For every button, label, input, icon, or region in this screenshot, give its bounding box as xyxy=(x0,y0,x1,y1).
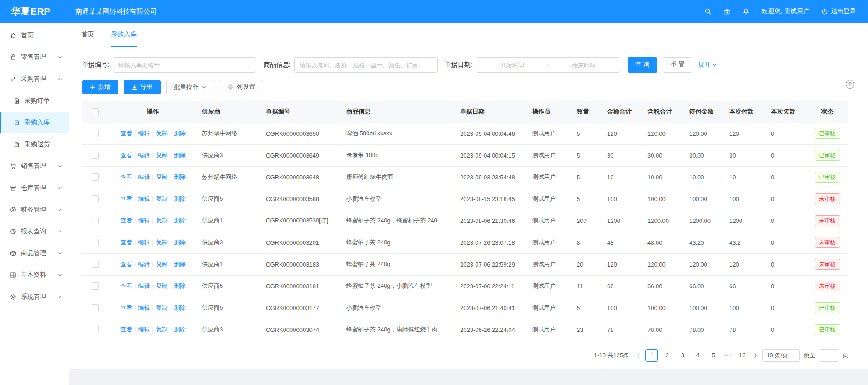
action-copy[interactable]: 复制 xyxy=(156,130,168,137)
row-checkbox[interactable] xyxy=(92,282,99,290)
page-5[interactable]: 5 xyxy=(707,349,720,362)
action-delete[interactable]: 删除 xyxy=(174,239,186,246)
action-edit[interactable]: 编辑 xyxy=(138,130,150,137)
action-delete[interactable]: 删除 xyxy=(174,282,186,289)
action-delete[interactable]: 删除 xyxy=(174,152,186,158)
action-edit[interactable]: 编辑 xyxy=(138,282,150,289)
sidebar-item-purchase[interactable]: 采购管理 xyxy=(0,68,69,90)
sidebar-item-finance[interactable]: 财务管理 xyxy=(0,199,69,221)
page-13[interactable]: 13 xyxy=(736,349,749,362)
expand-link[interactable]: 展开 xyxy=(698,61,717,69)
sidebar-item-purchase-return[interactable]: 采购退货 xyxy=(0,133,69,155)
help-icon[interactable]: ? xyxy=(846,80,854,89)
logout-button[interactable]: 退出登录 xyxy=(821,7,856,15)
table-row: 查看|编辑|复制|删除供应商3CGRK00000003649录像带 100g20… xyxy=(82,144,848,166)
action-edit[interactable]: 编辑 xyxy=(138,173,150,180)
action-copy[interactable]: 复制 xyxy=(156,282,168,289)
export-button[interactable]: 导出 xyxy=(124,80,161,94)
action-separator: | xyxy=(134,261,136,267)
action-copy[interactable]: 复制 xyxy=(156,217,168,224)
action-view[interactable]: 查看 xyxy=(120,261,132,267)
sidebar-item-system[interactable]: 系统管理 xyxy=(0,286,69,308)
row-checkbox[interactable] xyxy=(92,152,99,159)
action-copy[interactable]: 复制 xyxy=(156,195,168,202)
bill-no-input[interactable] xyxy=(113,57,256,73)
sidebar-item-goods[interactable]: 商品管理 xyxy=(0,242,69,264)
page-4[interactable]: 4 xyxy=(691,349,704,362)
action-delete[interactable]: 删除 xyxy=(174,304,186,311)
row-checkbox[interactable] xyxy=(92,217,99,224)
action-copy[interactable]: 复制 xyxy=(156,304,168,311)
bank-icon[interactable] xyxy=(723,8,731,15)
columns-button[interactable]: 列设置 xyxy=(220,80,263,94)
action-edit[interactable]: 编辑 xyxy=(138,326,150,333)
row-checkbox[interactable] xyxy=(92,173,99,181)
reset-button[interactable]: 重 置 xyxy=(663,57,693,73)
row-checkbox[interactable] xyxy=(92,130,99,137)
action-delete[interactable]: 删除 xyxy=(174,173,186,180)
action-view[interactable]: 查看 xyxy=(120,217,132,224)
action-edit[interactable]: 编辑 xyxy=(138,261,150,267)
action-copy[interactable]: 复制 xyxy=(156,261,168,267)
row-checkbox[interactable] xyxy=(92,195,99,202)
page-ellipsis[interactable]: ••• xyxy=(722,352,733,359)
row-checkbox[interactable] xyxy=(92,326,99,333)
action-view[interactable]: 查看 xyxy=(120,326,132,333)
page-3[interactable]: 3 xyxy=(676,349,689,362)
date-start-input[interactable] xyxy=(481,62,544,69)
action-view[interactable]: 查看 xyxy=(120,239,132,246)
sidebar-item-retail[interactable]: 零售管理 xyxy=(0,46,69,68)
action-edit[interactable]: 编辑 xyxy=(138,304,150,311)
sidebar-item-basedata[interactable]: 基本资料 xyxy=(0,264,69,286)
search-button[interactable]: 查 询 xyxy=(628,57,657,73)
sidebar-item-home[interactable]: 首页 xyxy=(0,25,69,46)
cell-supplier: 苏州蜗牛网络 xyxy=(197,166,261,188)
cell-tax-total: 120.00 xyxy=(643,123,685,144)
add-button[interactable]: 新增 xyxy=(82,80,118,94)
action-copy[interactable]: 复制 xyxy=(156,239,168,246)
jump-input[interactable] xyxy=(819,349,839,362)
sidebar-item-purchase-order[interactable]: 采购订单 xyxy=(0,90,69,112)
bell-icon[interactable] xyxy=(742,8,750,15)
page-2[interactable]: 2 xyxy=(661,349,673,362)
sidebar-item-sales[interactable]: 销售管理 xyxy=(0,155,69,177)
date-end-input[interactable] xyxy=(552,62,615,69)
row-checkbox[interactable] xyxy=(92,239,99,246)
action-copy[interactable]: 复制 xyxy=(156,152,168,158)
goods-input[interactable] xyxy=(294,57,438,73)
tab-purchase-in[interactable]: 采购入库 xyxy=(111,23,137,47)
action-delete[interactable]: 删除 xyxy=(174,261,186,267)
cell-supplier: 苏州蜗牛网络 xyxy=(197,123,261,144)
sidebar-item-report[interactable]: 报表查询 xyxy=(0,221,69,242)
batch-button[interactable]: 批量操作 xyxy=(166,80,214,94)
action-delete[interactable]: 删除 xyxy=(174,195,186,202)
action-edit[interactable]: 编辑 xyxy=(138,217,150,224)
action-delete[interactable]: 删除 xyxy=(174,217,186,224)
action-edit[interactable]: 编辑 xyxy=(138,152,150,158)
action-view[interactable]: 查看 xyxy=(120,282,132,289)
sidebar-item-purchase-in[interactable]: 采购入库 xyxy=(0,112,69,133)
row-checkbox[interactable] xyxy=(92,304,99,311)
select-all-checkbox[interactable] xyxy=(92,108,99,115)
action-edit[interactable]: 编辑 xyxy=(138,195,150,202)
page-1[interactable]: 1 xyxy=(645,349,658,362)
action-view[interactable]: 查看 xyxy=(120,130,132,137)
prev-page-button[interactable] xyxy=(635,353,642,358)
action-copy[interactable]: 复制 xyxy=(156,173,168,180)
search-icon[interactable] xyxy=(704,8,711,15)
action-edit[interactable]: 编辑 xyxy=(138,239,150,246)
next-page-button[interactable] xyxy=(752,353,759,358)
date-range-picker[interactable]: ~ xyxy=(476,57,620,73)
sidebar-item-warehouse[interactable]: 仓库管理 xyxy=(0,177,69,199)
action-copy[interactable]: 复制 xyxy=(156,326,168,333)
row-checkbox[interactable] xyxy=(92,261,99,268)
action-view[interactable]: 查看 xyxy=(120,304,132,311)
action-view[interactable]: 查看 xyxy=(120,195,132,202)
page-size-select[interactable]: 10 条/页 xyxy=(762,349,800,362)
action-view[interactable]: 查看 xyxy=(120,173,132,180)
action-delete[interactable]: 删除 xyxy=(174,130,186,137)
cell-bill-no: CGRK00000003177 xyxy=(261,297,342,319)
action-view[interactable]: 查看 xyxy=(120,152,132,158)
action-delete[interactable]: 删除 xyxy=(174,326,186,333)
tab-home[interactable]: 首页 xyxy=(81,23,94,47)
